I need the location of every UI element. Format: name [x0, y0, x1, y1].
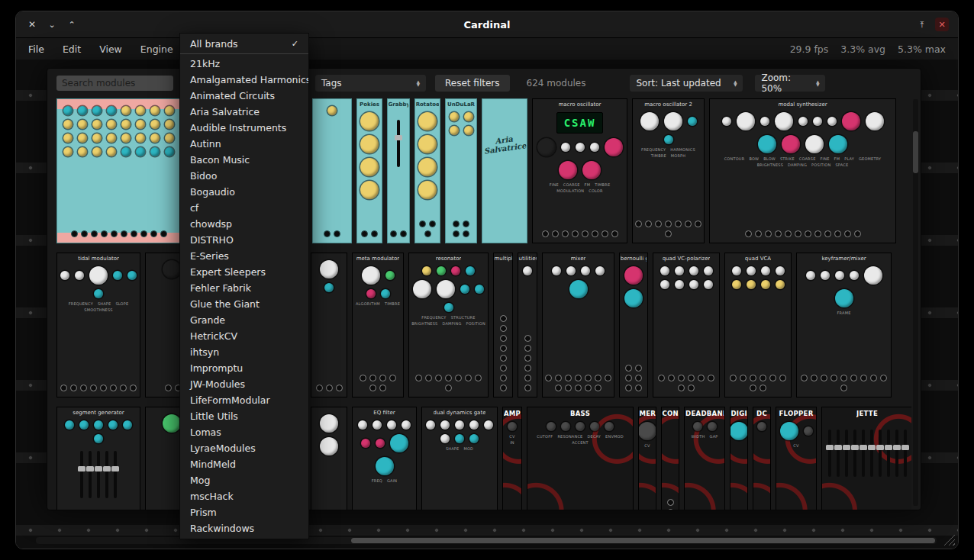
- module-panel[interactable]: Pokies: [356, 98, 382, 243]
- browser-vertical-scrollbar[interactable]: [913, 99, 918, 506]
- brand-option[interactable]: HetrickCV: [180, 328, 308, 344]
- module-browser: All brands ▲▼ Tags ▲▼ Reset filters 624 …: [47, 68, 921, 510]
- module-panel[interactable]: BASS CUTOFFRESONANCEDECAYENVMODACCENT: [527, 407, 634, 510]
- maximize-window-icon[interactable]: ⌃: [65, 18, 79, 31]
- brand-option-label: LifeFormModular: [190, 394, 270, 406]
- brand-option[interactable]: Bidoo: [180, 168, 308, 184]
- menu-engine[interactable]: Engine: [140, 43, 173, 55]
- close-icon[interactable]: ✕: [935, 18, 949, 31]
- search-input[interactable]: [56, 76, 173, 91]
- module-knobs: [395, 108, 402, 114]
- menu-edit[interactable]: Edit: [63, 43, 81, 55]
- title-bar: ✕ ⌄ ⌃ Cardinal ⤒ ✕: [16, 11, 958, 38]
- module-panel[interactable]: dual dynamics gate SHAPEMOD: [421, 407, 498, 510]
- module-panel[interactable]: macro oscillator CSAW FINECOARSEFMTIMBRE…: [532, 98, 627, 243]
- module-title: DC: [756, 410, 767, 417]
- reset-filters-button[interactable]: Reset filters: [435, 75, 510, 92]
- brand-option[interactable]: Bacon Music: [180, 152, 308, 168]
- brand-option[interactable]: Fehler Fabrik: [180, 280, 308, 296]
- module-knobs: [57, 262, 140, 300]
- brand-option[interactable]: MindMeld: [180, 456, 308, 472]
- brand-option[interactable]: DISTRHO: [180, 232, 308, 248]
- brand-option-all[interactable]: All brands ✓: [180, 36, 308, 52]
- horizontal-scrollbar[interactable]: [36, 537, 937, 544]
- close-window-icon[interactable]: ✕: [25, 18, 39, 31]
- keep-above-icon[interactable]: ⤒: [915, 18, 929, 31]
- brand-option[interactable]: chowdsp: [180, 216, 308, 232]
- module-panel[interactable]: FLOPPER CV: [776, 407, 817, 510]
- module-panel[interactable]: multiples: [493, 253, 513, 397]
- module-labels: SHAPEMOD: [443, 445, 476, 451]
- brand-option[interactable]: Bogaudio: [180, 184, 308, 200]
- window-controls-right: ⤒ ✕: [915, 18, 949, 31]
- module-panel[interactable]: [311, 253, 347, 397]
- module-panel[interactable]: JETTE: [821, 407, 911, 510]
- zoom-dropdown[interactable]: Zoom: 50% ▲▼: [755, 75, 825, 92]
- tags-filter-dropdown[interactable]: Tags ▲▼: [315, 75, 426, 92]
- module-panel[interactable]: EQ filter FREQGAIN: [352, 407, 417, 510]
- module-panel[interactable]: meta modulator ALGORITHMTIMBRE: [352, 253, 404, 397]
- module-panel[interactable]: modal synthesizer CONTOURBOWBLOWSTRIKECO…: [709, 98, 896, 243]
- brand-option[interactable]: ihtsyn: [180, 344, 308, 360]
- module-panel[interactable]: resonator FREQUENCYSTRUCTUREBRIGHTNESSDA…: [408, 253, 489, 397]
- module-panel[interactable]: [311, 407, 347, 510]
- brand-option[interactable]: mscHack: [180, 488, 308, 504]
- brand-option[interactable]: E-Series: [180, 248, 308, 264]
- vertical-scrollbar-thumb[interactable]: [913, 131, 918, 173]
- module-panel[interactable]: Grabby: [387, 98, 410, 243]
- module-labels: [576, 300, 581, 301]
- module-labels: [737, 442, 741, 443]
- module-panel[interactable]: MERA CV: [638, 407, 656, 510]
- module-panel[interactable]: segment generator: [56, 407, 140, 510]
- brand-option[interactable]: Lomas: [180, 424, 308, 440]
- menu-view[interactable]: View: [99, 43, 122, 55]
- brand-option[interactable]: Prism: [180, 504, 308, 520]
- module-knobs: [620, 262, 647, 309]
- brand-option[interactable]: Amalgamated Harmonics: [180, 72, 308, 88]
- module-panel[interactable]: DIGI: [730, 407, 748, 510]
- brand-option[interactable]: Autinn: [180, 136, 308, 152]
- menu-file[interactable]: File: [28, 43, 44, 55]
- minimize-window-icon[interactable]: ⌄: [45, 18, 59, 31]
- brand-option[interactable]: 21kHz: [180, 56, 308, 72]
- module-labels: FRAME: [834, 309, 853, 315]
- brand-option[interactable]: Audible Instruments: [180, 120, 308, 136]
- module-title: DEADBAND: [685, 410, 724, 417]
- brand-option[interactable]: Expert Sleepers: [180, 264, 308, 280]
- module-panel[interactable]: utilities: [518, 253, 537, 397]
- brand-option[interactable]: Mog: [180, 472, 308, 488]
- brand-option[interactable]: LifeFormModular: [180, 392, 308, 408]
- module-panel[interactable]: keyframer/mixer FRAME: [796, 253, 892, 397]
- brand-option-label: cf: [190, 202, 198, 214]
- brand-option[interactable]: Glue the Giant: [180, 296, 308, 312]
- module-panel[interactable]: AMP CVIN: [502, 407, 522, 510]
- module-panel[interactable]: macro oscillator 2 FREQUENCYHARMONICSTIM…: [632, 98, 705, 243]
- module-panel[interactable]: Aria Salvatrice: [482, 98, 527, 243]
- module-panel[interactable]: DC: [753, 407, 771, 510]
- module-panel[interactable]: mixer: [542, 253, 614, 397]
- module-panel[interactable]: Rotatoes: [414, 98, 440, 243]
- module-panel[interactable]: tidal modulator FREQUENCYSHAPESLOPESMOOT…: [56, 253, 140, 397]
- brand-option[interactable]: Animated Circuits: [180, 88, 308, 104]
- module-panel[interactable]: UnDuLaR: [445, 98, 477, 243]
- module-panel[interactable]: bernoulli gate: [619, 253, 648, 397]
- sort-dropdown[interactable]: Sort: Last updated ▲▼: [630, 75, 743, 92]
- updown-arrows-icon: ▲▼: [734, 80, 737, 87]
- module-panel[interactable]: [312, 98, 352, 243]
- brand-option[interactable]: Little Utils: [180, 408, 308, 424]
- brand-option[interactable]: Aria Salvatrice: [180, 104, 308, 120]
- module-knobs: [57, 416, 140, 445]
- horizontal-scrollbar-thumb[interactable]: [351, 538, 935, 543]
- brand-option[interactable]: cf: [180, 200, 308, 216]
- module-panel[interactable]: quad VC-polarizer: [653, 253, 720, 397]
- brand-option[interactable]: Grande: [180, 312, 308, 328]
- module-panel[interactable]: CONV: [661, 407, 679, 510]
- brand-option[interactable]: Impromptu: [180, 360, 308, 376]
- module-panel[interactable]: DEADBAND WIDTHGAP: [684, 407, 725, 510]
- brand-option[interactable]: LyraeModules: [180, 440, 308, 456]
- module-panel[interactable]: [56, 98, 181, 243]
- brand-option-label: Audible Instruments: [190, 122, 286, 134]
- brand-option[interactable]: Rackwindows: [180, 520, 308, 536]
- module-panel[interactable]: quad VCA: [724, 253, 792, 397]
- brand-option[interactable]: JW-Modules: [180, 376, 308, 392]
